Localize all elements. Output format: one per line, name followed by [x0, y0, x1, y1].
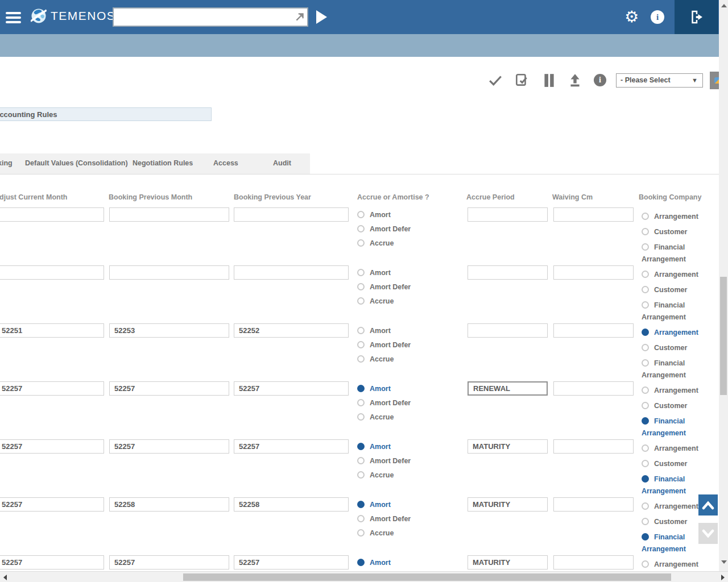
- scrollbar-right-arrow-icon[interactable]: [721, 575, 725, 580]
- radio-circle-icon: [642, 359, 649, 367]
- booking-previous-year-input[interactable]: [234, 207, 349, 222]
- radio-accrue[interactable]: Accrue: [357, 239, 431, 247]
- radio-customer[interactable]: Customer: [642, 284, 702, 296]
- radio-financial-arrangement[interactable]: Financial Arrangement: [642, 473, 702, 497]
- radio-accrue[interactable]: Accrue: [357, 529, 431, 537]
- scroll-to-top-button[interactable]: [698, 494, 718, 516]
- radio-accrue[interactable]: Accrue: [357, 413, 431, 421]
- radio-amort-defer[interactable]: Amort Defer: [357, 514, 431, 522]
- booking-previous-month-input[interactable]: [109, 439, 229, 454]
- radio-circle-icon: [642, 243, 649, 251]
- radio-arrangement[interactable]: Arrangement: [642, 500, 702, 512]
- radio-customer[interactable]: Customer: [642, 342, 702, 354]
- scrollbar-down-arrow-icon[interactable]: [721, 560, 727, 564]
- waiving-cm-input[interactable]: [553, 497, 634, 512]
- accrue-period-input[interactable]: [468, 439, 548, 454]
- radio-amort-defer[interactable]: Amort Defer: [357, 456, 431, 464]
- radio-financial-arrangement[interactable]: Financial Arrangement: [642, 241, 702, 265]
- radio-circle-icon: [642, 444, 649, 452]
- radio-circle-icon: [642, 329, 649, 336]
- vertical-scrollbar-thumb[interactable]: [720, 277, 727, 395]
- table-row: Amort Amort Defer Accrue Arrangement Cus…: [0, 497, 728, 555]
- waiving-cm-input[interactable]: [553, 555, 634, 569]
- adjust-current-month-input[interactable]: [0, 265, 104, 280]
- adjust-current-month-input[interactable]: [0, 381, 104, 396]
- radio-arrangement[interactable]: Arrangement: [642, 268, 702, 280]
- radio-amort[interactable]: Amort: [357, 326, 431, 334]
- radio-circle-icon: [357, 283, 365, 290]
- radio-arrangement[interactable]: Arrangement: [642, 384, 702, 396]
- radio-label: Accrue: [370, 239, 394, 247]
- accrue-or-amortise-radio-group: Amort Amort Defer Accrue: [357, 442, 431, 485]
- adjust-current-month-input[interactable]: [0, 555, 104, 569]
- radio-customer[interactable]: Customer: [642, 458, 702, 469]
- scrollbar-left-arrow-icon[interactable]: [3, 575, 7, 580]
- booking-previous-month-input[interactable]: [109, 497, 229, 512]
- radio-circle-icon: [357, 385, 365, 392]
- waiving-cm-input[interactable]: [553, 265, 634, 280]
- radio-arrangement[interactable]: Arrangement: [642, 210, 702, 222]
- radio-amort-defer[interactable]: Amort Defer: [357, 282, 431, 290]
- booking-previous-year-input[interactable]: [234, 555, 349, 569]
- radio-amort-defer[interactable]: Amort Defer: [357, 340, 431, 348]
- waiving-cm-input[interactable]: [553, 323, 634, 338]
- radio-amort[interactable]: Amort: [357, 268, 431, 276]
- accrue-period-input[interactable]: [468, 265, 548, 280]
- booking-previous-year-input[interactable]: [234, 439, 349, 454]
- accrue-period-input[interactable]: [468, 555, 548, 569]
- radio-financial-arrangement[interactable]: Financial Arrangement: [642, 415, 702, 439]
- radio-accrue[interactable]: Accrue: [357, 471, 431, 479]
- adjust-current-month-input[interactable]: [0, 207, 104, 222]
- waiving-cm-input[interactable]: [553, 207, 634, 222]
- radio-financial-arrangement[interactable]: Financial Arrangement: [642, 531, 702, 555]
- radio-amort-defer[interactable]: Amort Defer: [357, 398, 431, 406]
- waiving-cm-input[interactable]: [553, 439, 634, 454]
- radio-amort-defer[interactable]: Amort Defer: [357, 225, 431, 232]
- booking-previous-year-input[interactable]: [234, 381, 349, 396]
- radio-financial-arrangement[interactable]: Financial Arrangement: [642, 357, 702, 381]
- radio-arrangement[interactable]: Arrangement: [642, 442, 702, 454]
- accrue-or-amortise-radio-group: Amort Amort Defer Accrue: [357, 558, 431, 571]
- booking-previous-month-input[interactable]: [109, 207, 229, 222]
- radio-amort[interactable]: Amort: [357, 210, 431, 218]
- radio-customer[interactable]: Customer: [642, 400, 702, 411]
- booking-company-radio-group: Arrangement Customer Financial Arrangeme…: [642, 268, 702, 326]
- radio-accrue[interactable]: Accrue: [357, 355, 431, 363]
- scroll-to-bottom-button[interactable]: [698, 523, 718, 544]
- booking-previous-month-input[interactable]: [109, 381, 229, 396]
- radio-financial-arrangement[interactable]: Financial Arrangement: [642, 299, 702, 323]
- adjust-current-month-input[interactable]: [0, 439, 104, 454]
- radio-amort[interactable]: Amort: [357, 384, 431, 392]
- booking-previous-year-input[interactable]: [234, 265, 349, 280]
- booking-previous-year-input[interactable]: [234, 323, 349, 338]
- radio-label: Arrangement: [654, 271, 698, 278]
- horizontal-scrollbar-thumb[interactable]: [183, 573, 671, 581]
- booking-previous-month-input[interactable]: [109, 265, 229, 280]
- booking-previous-month-input[interactable]: [109, 555, 229, 569]
- radio-arrangement[interactable]: Arrangement: [642, 326, 702, 338]
- adjust-current-month-input[interactable]: [0, 497, 104, 512]
- accrue-period-input[interactable]: [468, 207, 548, 222]
- accrue-period-input[interactable]: [468, 381, 548, 396]
- booking-previous-year-input[interactable]: [234, 497, 349, 512]
- waiving-cm-input[interactable]: [553, 381, 634, 396]
- radio-accrue[interactable]: Accrue: [357, 297, 431, 305]
- booking-previous-month-input[interactable]: [109, 323, 229, 338]
- radio-customer[interactable]: Customer: [642, 516, 702, 527]
- adjust-current-month-input[interactable]: [0, 323, 104, 338]
- accrue-period-input[interactable]: [468, 497, 548, 512]
- radio-customer[interactable]: Customer: [642, 226, 702, 238]
- radio-label: Customer: [654, 286, 687, 294]
- radio-circle-icon: [357, 529, 365, 537]
- radio-amort[interactable]: Amort: [357, 442, 431, 450]
- radio-amort[interactable]: Amort: [357, 500, 431, 508]
- scrollbar-up-arrow-icon[interactable]: [721, 4, 727, 7]
- radio-arrangement[interactable]: Arrangement: [642, 558, 702, 570]
- radio-amort[interactable]: Amort: [357, 558, 431, 566]
- radio-circle-icon: [357, 269, 365, 276]
- horizontal-scrollbar[interactable]: [0, 571, 728, 582]
- vertical-scrollbar[interactable]: [719, 0, 728, 571]
- app-window: TEMENOS ⚙ i: [0, 0, 728, 582]
- accrue-period-input[interactable]: [468, 323, 548, 338]
- accrue-or-amortise-radio-group: Amort Amort Defer Accrue: [357, 326, 431, 369]
